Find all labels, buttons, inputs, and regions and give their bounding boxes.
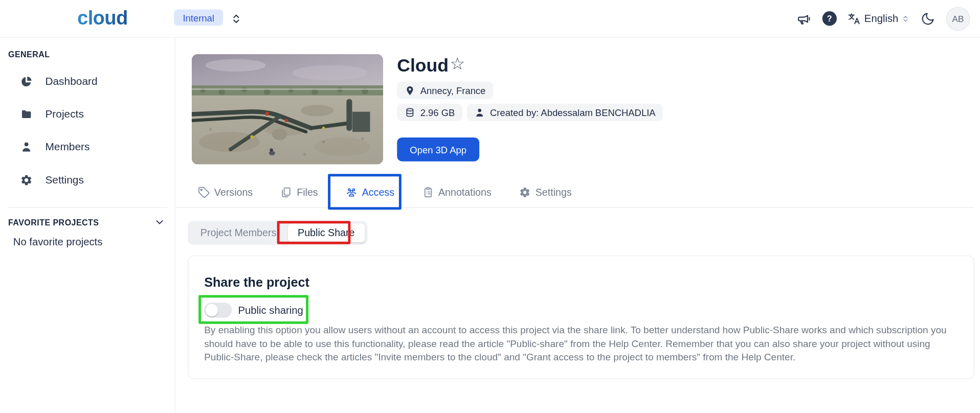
- creator-badge: Created by: Abdessalam BENCHADLIA: [467, 104, 663, 121]
- moon-icon[interactable]: [920, 11, 935, 26]
- sidebar-item-label: Settings: [45, 174, 83, 187]
- public-sharing-label: Public sharing: [238, 304, 303, 316]
- tab-label: Settings: [536, 187, 572, 198]
- open-3d-app-button[interactable]: Open 3D App: [397, 137, 479, 162]
- tab-files[interactable]: Files: [280, 187, 318, 198]
- gear-icon: [519, 187, 531, 198]
- app-window: cloud Internal ? English AB: [0, 0, 980, 413]
- storage-size-text: 2.96 GB: [420, 107, 455, 118]
- sidebar-item-settings[interactable]: Settings: [0, 170, 175, 191]
- public-sharing-toggle[interactable]: [204, 303, 232, 317]
- sidebar-item-projects[interactable]: Projects: [0, 104, 175, 125]
- language-label: English: [864, 13, 898, 25]
- sidebar-item-label: Dashboard: [45, 75, 97, 88]
- tab-label: Versions: [214, 187, 253, 198]
- sidebar-item-label: Members: [45, 141, 90, 153]
- workspace-selector-icon[interactable]: [230, 12, 243, 26]
- subtab-public-share[interactable]: Public Share: [287, 223, 365, 242]
- language-caret-icon: [901, 13, 909, 24]
- avatar[interactable]: AB: [946, 7, 970, 31]
- chevron-down-icon[interactable]: [154, 217, 165, 228]
- subtab-project-members[interactable]: Project Members: [190, 223, 286, 242]
- tab-label: Files: [297, 187, 318, 198]
- location-text: Annecy, France: [420, 85, 486, 96]
- top-bar: cloud Internal ? English AB: [0, 0, 980, 38]
- sidebar-item-dashboard[interactable]: Dashboard: [0, 71, 175, 93]
- access-subtabs: Project Members Public Share: [188, 221, 367, 245]
- tab-annotations[interactable]: Annotations: [422, 187, 492, 198]
- sidebar-item-members[interactable]: Members: [0, 136, 175, 158]
- project-title: Cloud: [397, 55, 449, 76]
- sidebar: GENERAL Dashboard Projects Members Setti…: [0, 38, 175, 413]
- sidebar-section-general: GENERAL: [8, 50, 50, 59]
- location-badge: Annecy, France: [397, 82, 493, 99]
- megaphone-icon[interactable]: [796, 11, 811, 26]
- files-icon: [280, 187, 292, 198]
- person-icon: [474, 107, 485, 118]
- location-pin-icon: [405, 85, 415, 96]
- help-icon[interactable]: ?: [822, 11, 837, 26]
- toggle-knob: [206, 304, 218, 316]
- project-tabs: Versions Files Access Annotations Settin…: [198, 178, 572, 208]
- gear-icon: [20, 174, 33, 187]
- sidebar-item-label: Projects: [45, 108, 83, 121]
- folder-icon: [20, 108, 33, 121]
- favorites-empty-text: No favorite projects: [13, 236, 103, 248]
- person-icon: [20, 141, 33, 153]
- people-group-icon: [346, 187, 358, 198]
- star-outline-icon[interactable]: ☆: [450, 56, 465, 73]
- sidebar-divider: [8, 207, 167, 208]
- translate-icon: [848, 12, 861, 26]
- project-thumbnail[interactable]: [192, 54, 384, 165]
- tab-label: Access: [362, 187, 394, 198]
- share-card-title: Share the project: [204, 275, 309, 290]
- database-icon: [405, 107, 415, 118]
- tab-settings[interactable]: Settings: [519, 187, 572, 198]
- pie-chart-icon: [20, 75, 33, 88]
- creator-text: Created by: Abdessalam BENCHADLIA: [490, 107, 656, 118]
- sidebar-section-favorites: FAVORITE PROJECTS: [8, 218, 99, 227]
- workspace-badge[interactable]: Internal: [174, 9, 223, 26]
- tab-label: Annotations: [438, 187, 492, 198]
- tag-icon: [198, 187, 210, 198]
- share-description: By enabling this option you allow users …: [204, 324, 949, 364]
- clipboard-icon: [422, 187, 434, 198]
- app-logo: cloud: [77, 7, 127, 30]
- language-switcher[interactable]: English: [848, 12, 910, 26]
- header-actions: ? English AB: [796, 0, 970, 37]
- storage-size-badge: 2.96 GB: [397, 104, 462, 121]
- tab-access[interactable]: Access: [346, 187, 394, 198]
- tab-versions[interactable]: Versions: [198, 187, 253, 198]
- public-sharing-row: Public sharing: [204, 303, 303, 317]
- share-project-card: Share the project Public sharing By enab…: [188, 256, 974, 379]
- tabs-divider: [176, 207, 974, 208]
